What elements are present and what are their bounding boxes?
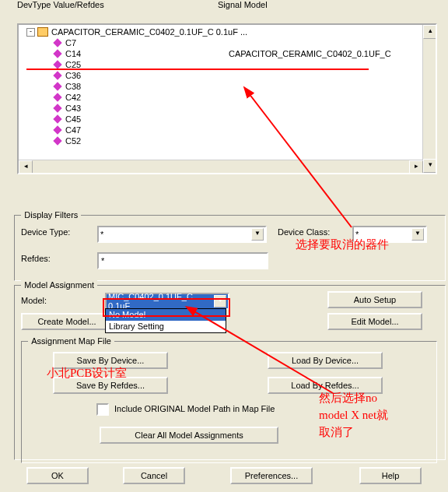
scroll-right-icon[interactable]: ▸ — [409, 160, 423, 174]
collapse-icon[interactable]: - — [26, 28, 35, 37]
tree-item[interactable]: C14CAPACITOR_CERAMIC_C0402_0.1UF_C — [22, 48, 422, 59]
model-label: Model: — [21, 296, 47, 305]
diamond-icon — [53, 49, 61, 58]
tree-item[interactable]: C52 — [22, 135, 422, 146]
save-by-device-button[interactable]: Save By Device... — [53, 352, 168, 369]
help-button[interactable]: Help — [359, 467, 422, 484]
assign-legend: Model Assignment — [21, 280, 97, 290]
chevron-down-icon[interactable]: ▼ — [411, 228, 424, 241]
filters-legend: Display Filters — [21, 210, 81, 220]
device-class-combo[interactable]: *▼ — [352, 226, 427, 243]
diamond-icon — [53, 136, 61, 145]
col-header-signal: Signal Model — [218, 0, 268, 9]
diamond-icon — [53, 93, 61, 101]
clear-all-button[interactable]: Clear All Model Assignments — [100, 427, 278, 444]
model-dropdown-list[interactable]: No Model Library Setting — [105, 308, 226, 333]
diamond-icon — [53, 114, 61, 123]
map-legend: Assignment Map File — [28, 336, 114, 346]
diamond-icon — [53, 38, 61, 47]
device-type-label: Device Type: — [21, 227, 70, 237]
tree-item[interactable]: C42 — [22, 92, 422, 103]
scroll-down-icon[interactable]: ▾ — [423, 159, 437, 173]
model-assignment-group: Model Assignment Model: MIC_C0402_0.1UF_… — [14, 280, 446, 460]
assignment-map-group: Assignment Map File Save By Device... Lo… — [21, 336, 437, 463]
load-by-refdes-button[interactable]: Load By Refdes... — [268, 377, 383, 394]
checkbox-icon[interactable] — [96, 403, 109, 416]
model-combo[interactable]: MIC_C0402_0.1UF_C 0.1uF▼ — [105, 293, 229, 310]
diamond-icon — [53, 82, 61, 90]
dropdown-option-no-model[interactable]: No Model — [106, 309, 226, 321]
ok-button[interactable]: OK — [26, 467, 89, 484]
tree-root[interactable]: - CAPACITOR_CERAMIC_C0402_0.1UF_C 0.1uF … — [22, 26, 422, 37]
col-header-devtype: DevType Value/Refdes — [17, 0, 104, 9]
refdes-label: Refdes: — [21, 254, 51, 263]
tree-item[interactable]: C38 — [22, 81, 422, 92]
device-type-combo[interactable]: *▼ — [97, 226, 267, 243]
signal-model-value: CAPACITOR_CERAMIC_C0402_0.1UF_C — [229, 48, 391, 59]
chevron-down-icon[interactable]: ▼ — [251, 228, 264, 241]
tree-item[interactable]: C36 — [22, 70, 422, 81]
load-by-device-button[interactable]: Load By Device... — [268, 352, 383, 369]
tree-item[interactable]: C7 — [22, 37, 422, 48]
diamond-icon — [53, 71, 61, 79]
tree-root-label: CAPACITOR_CERAMIC_C0402_0.1UF_C 0.1uF ..… — [51, 26, 247, 37]
folder-icon — [37, 27, 48, 37]
include-original-checkbox[interactable]: Include ORIGINAL Model Path in Map File — [96, 403, 275, 416]
diamond-icon — [53, 125, 61, 134]
dropdown-option-library[interactable]: Library Setting — [106, 321, 226, 332]
diamond-icon — [53, 60, 61, 69]
display-filters-group: Display Filters Device Type: *▼ Device C… — [14, 210, 446, 281]
device-class-label: Device Class: — [278, 227, 330, 237]
cancel-button[interactable]: Cancel — [123, 467, 185, 484]
preferences-button[interactable]: Preferences... — [230, 467, 313, 484]
refdes-input[interactable]: * — [97, 252, 268, 269]
tree-item[interactable]: C25 — [22, 59, 422, 70]
scrollbar-v[interactable]: ▴ ▾ — [422, 25, 436, 173]
auto-setup-button[interactable]: Auto Setup — [327, 291, 422, 308]
tree-item[interactable]: C45 — [22, 114, 422, 125]
tree-item[interactable]: C43 — [22, 103, 422, 114]
tree-item[interactable]: C47 — [22, 125, 422, 135]
scroll-left-icon[interactable]: ◂ — [19, 160, 33, 174]
chevron-down-icon[interactable]: ▼ — [214, 295, 226, 308]
scroll-up-icon[interactable]: ▴ — [423, 25, 437, 39]
create-model-button[interactable]: Create Model... — [21, 313, 113, 330]
scrollbar-h[interactable]: ◂ ▸ — [19, 160, 423, 173]
save-by-refdes-button[interactable]: Save By Refdes... — [53, 377, 168, 394]
diamond-icon — [53, 104, 61, 112]
edit-model-button[interactable]: Edit Model... — [327, 313, 422, 330]
device-tree[interactable]: - CAPACITOR_CERAMIC_C0402_0.1UF_C 0.1uF … — [17, 23, 437, 174]
